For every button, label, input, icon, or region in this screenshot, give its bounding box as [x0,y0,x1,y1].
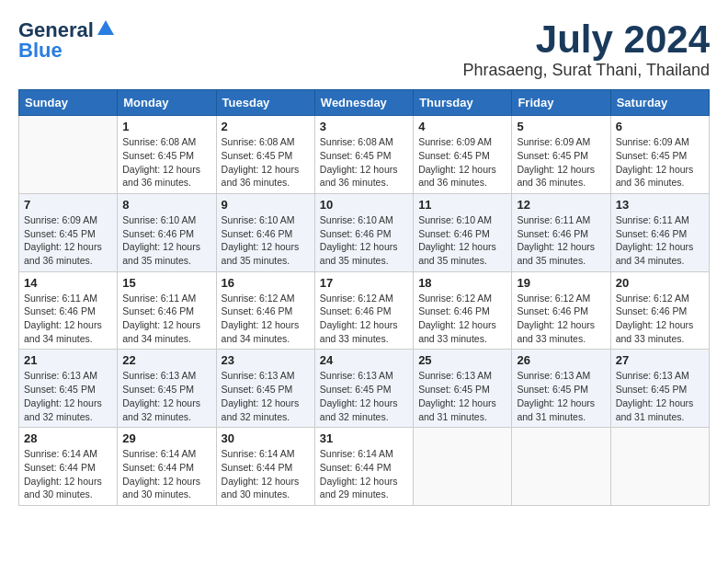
day-number: 24 [320,353,408,367]
day-info: Sunrise: 6:10 AM Sunset: 6:46 PM Dayligh… [418,213,506,268]
calendar-cell: 29Sunrise: 6:14 AM Sunset: 6:44 PM Dayli… [118,428,216,506]
day-number: 22 [122,353,210,367]
day-info: Sunrise: 6:14 AM Sunset: 6:44 PM Dayligh… [320,447,408,501]
calendar-cell: 13Sunrise: 6:11 AM Sunset: 6:46 PM Dayli… [610,193,709,271]
day-number: 4 [418,120,506,133]
day-number: 20 [616,276,704,290]
day-info: Sunrise: 6:11 AM Sunset: 6:46 PM Dayligh… [24,292,112,346]
calendar-week-3: 14Sunrise: 6:11 AM Sunset: 6:46 PM Dayli… [19,271,710,350]
day-info: Sunrise: 6:13 AM Sunset: 6:45 PM Dayligh… [517,369,605,423]
day-info: Sunrise: 6:14 AM Sunset: 6:44 PM Dayligh… [122,447,210,501]
header: General Blue July 2024 Phrasaeng, Surat … [18,18,710,80]
header-wednesday: Wednesday [314,90,413,116]
day-number: 2 [222,120,310,133]
calendar-cell: 26Sunrise: 6:13 AM Sunset: 6:45 PM Dayli… [512,350,610,428]
day-info: Sunrise: 6:13 AM Sunset: 6:45 PM Dayligh… [320,369,408,423]
calendar-week-2: 7Sunrise: 6:09 AM Sunset: 6:45 PM Daylig… [19,193,710,271]
calendar-week-5: 28Sunrise: 6:14 AM Sunset: 6:44 PM Dayli… [19,428,710,506]
day-number: 9 [222,198,310,212]
calendar-cell: 24Sunrise: 6:13 AM Sunset: 6:45 PM Dayli… [314,350,413,428]
calendar-header-row: SundayMondayTuesdayWednesdayThursdayFrid… [19,90,710,116]
calendar-cell: 10Sunrise: 6:10 AM Sunset: 6:46 PM Dayli… [314,193,413,271]
day-info: Sunrise: 6:11 AM Sunset: 6:46 PM Dayligh… [616,213,704,268]
calendar-cell: 17Sunrise: 6:12 AM Sunset: 6:46 PM Dayli… [314,271,413,350]
svg-marker-0 [97,20,114,35]
day-info: Sunrise: 6:09 AM Sunset: 6:45 PM Dayligh… [418,135,506,190]
calendar-cell: 30Sunrise: 6:14 AM Sunset: 6:44 PM Dayli… [216,428,314,506]
day-info: Sunrise: 6:08 AM Sunset: 6:45 PM Dayligh… [222,135,310,190]
day-number: 16 [222,276,310,290]
day-number: 18 [418,276,506,290]
calendar-cell [19,116,118,194]
day-number: 21 [24,353,112,367]
calendar-week-1: 1Sunrise: 6:08 AM Sunset: 6:45 PM Daylig… [19,116,710,194]
day-info: Sunrise: 6:14 AM Sunset: 6:44 PM Dayligh… [222,447,310,501]
day-number: 23 [222,353,310,367]
day-info: Sunrise: 6:10 AM Sunset: 6:46 PM Dayligh… [320,213,408,268]
calendar-cell: 1Sunrise: 6:08 AM Sunset: 6:45 PM Daylig… [118,116,216,194]
calendar-week-4: 21Sunrise: 6:13 AM Sunset: 6:45 PM Dayli… [19,350,710,428]
day-number: 1 [122,120,210,133]
location-title: Phrasaeng, Surat Thani, Thailand [462,61,710,80]
calendar-cell: 21Sunrise: 6:13 AM Sunset: 6:45 PM Dayli… [19,350,118,428]
calendar-cell: 11Sunrise: 6:10 AM Sunset: 6:46 PM Dayli… [414,193,512,271]
logo-icon [96,18,116,39]
day-number: 27 [616,353,704,367]
day-info: Sunrise: 6:12 AM Sunset: 6:46 PM Dayligh… [616,292,704,346]
calendar-cell: 18Sunrise: 6:12 AM Sunset: 6:46 PM Dayli… [414,271,512,350]
day-number: 11 [418,198,506,212]
day-info: Sunrise: 6:09 AM Sunset: 6:45 PM Dayligh… [24,213,112,268]
calendar-cell: 8Sunrise: 6:10 AM Sunset: 6:46 PM Daylig… [118,193,216,271]
day-number: 25 [418,353,506,367]
day-info: Sunrise: 6:12 AM Sunset: 6:46 PM Dayligh… [517,292,605,346]
header-tuesday: Tuesday [216,90,314,116]
calendar-cell: 4Sunrise: 6:09 AM Sunset: 6:45 PM Daylig… [414,116,512,194]
day-number: 5 [517,120,605,133]
day-info: Sunrise: 6:09 AM Sunset: 6:45 PM Dayligh… [517,135,605,190]
calendar-cell [512,428,610,506]
calendar-cell: 6Sunrise: 6:09 AM Sunset: 6:45 PM Daylig… [610,116,709,194]
header-monday: Monday [118,90,216,116]
day-number: 3 [320,120,408,133]
day-number: 28 [24,431,112,445]
day-info: Sunrise: 6:13 AM Sunset: 6:45 PM Dayligh… [122,369,210,423]
day-number: 13 [616,198,704,212]
header-saturday: Saturday [610,90,709,116]
calendar-cell: 27Sunrise: 6:13 AM Sunset: 6:45 PM Dayli… [610,350,709,428]
day-info: Sunrise: 6:13 AM Sunset: 6:45 PM Dayligh… [418,369,506,423]
day-number: 29 [122,431,210,445]
calendar-cell [414,428,512,506]
day-info: Sunrise: 6:10 AM Sunset: 6:46 PM Dayligh… [122,213,210,268]
day-info: Sunrise: 6:09 AM Sunset: 6:45 PM Dayligh… [616,135,704,190]
day-number: 30 [222,431,310,445]
day-info: Sunrise: 6:13 AM Sunset: 6:45 PM Dayligh… [24,369,112,423]
day-number: 26 [517,353,605,367]
calendar-cell: 22Sunrise: 6:13 AM Sunset: 6:45 PM Dayli… [118,350,216,428]
day-info: Sunrise: 6:12 AM Sunset: 6:46 PM Dayligh… [418,292,506,346]
calendar-cell: 5Sunrise: 6:09 AM Sunset: 6:45 PM Daylig… [512,116,610,194]
day-info: Sunrise: 6:10 AM Sunset: 6:46 PM Dayligh… [222,213,310,268]
calendar-cell: 31Sunrise: 6:14 AM Sunset: 6:44 PM Dayli… [314,428,413,506]
calendar-cell: 19Sunrise: 6:12 AM Sunset: 6:46 PM Dayli… [512,271,610,350]
day-info: Sunrise: 6:14 AM Sunset: 6:44 PM Dayligh… [24,447,112,501]
header-thursday: Thursday [414,90,512,116]
title-section: July 2024 Phrasaeng, Surat Thani, Thaila… [462,18,710,80]
calendar-cell: 25Sunrise: 6:13 AM Sunset: 6:45 PM Dayli… [414,350,512,428]
calendar-cell: 23Sunrise: 6:13 AM Sunset: 6:45 PM Dayli… [216,350,314,428]
day-info: Sunrise: 6:13 AM Sunset: 6:45 PM Dayligh… [616,369,704,423]
day-info: Sunrise: 6:12 AM Sunset: 6:46 PM Dayligh… [222,292,310,346]
calendar-cell: 7Sunrise: 6:09 AM Sunset: 6:45 PM Daylig… [19,193,118,271]
day-info: Sunrise: 6:11 AM Sunset: 6:46 PM Dayligh… [122,292,210,346]
day-number: 12 [517,198,605,212]
calendar-cell: 14Sunrise: 6:11 AM Sunset: 6:46 PM Dayli… [19,271,118,350]
calendar-cell: 15Sunrise: 6:11 AM Sunset: 6:46 PM Dayli… [118,271,216,350]
day-number: 7 [24,198,112,212]
day-info: Sunrise: 6:08 AM Sunset: 6:45 PM Dayligh… [122,135,210,190]
day-number: 10 [320,198,408,212]
calendar: SundayMondayTuesdayWednesdayThursdayFrid… [18,89,710,506]
calendar-cell: 20Sunrise: 6:12 AM Sunset: 6:46 PM Dayli… [610,271,709,350]
day-number: 19 [517,276,605,290]
header-sunday: Sunday [19,90,118,116]
day-number: 6 [616,120,704,133]
day-info: Sunrise: 6:13 AM Sunset: 6:45 PM Dayligh… [222,369,310,423]
